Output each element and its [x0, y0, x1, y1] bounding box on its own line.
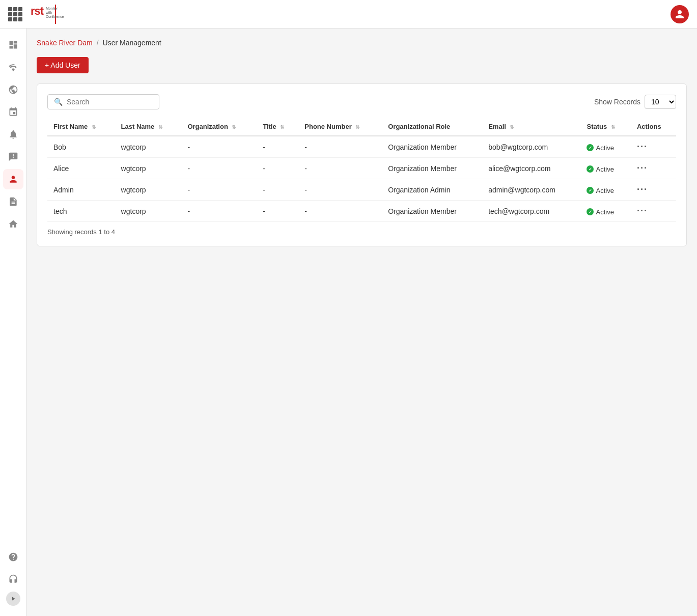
cell-organization: - [181, 136, 257, 158]
add-user-button[interactable]: + Add User [37, 57, 89, 73]
col-header-status[interactable]: Status ⇅ [580, 118, 631, 136]
sidebar-item-routes[interactable] [3, 102, 23, 122]
sidebar-item-alerts[interactable] [3, 124, 23, 145]
cell-organization: - [181, 179, 257, 201]
col-header-role: Organizational Role [382, 118, 482, 136]
table-row: Bob wgtcorp - - - Organization Member bo… [47, 136, 676, 158]
cell-phone: - [298, 179, 382, 201]
cell-last-name: wgtcorp [115, 136, 182, 158]
table-row: Alice wgtcorp - - - Organization Member … [47, 158, 676, 179]
status-text: Active [596, 165, 614, 173]
sidebar-item-sensors[interactable] [3, 57, 23, 77]
table-toolbar: 🔍 Show Records 10 25 50 100 [47, 94, 676, 109]
users-table: First Name ⇅ Last Name ⇅ Organization ⇅ … [47, 118, 676, 222]
breadcrumb: Snake River Dam / User Management [37, 39, 687, 47]
logo: rst MonitorwithConfidence [31, 5, 61, 24]
grid-menu-icon[interactable] [8, 7, 22, 21]
status-dot-icon [587, 187, 594, 194]
search-icon: 🔍 [54, 98, 63, 106]
breadcrumb-current: User Management [103, 39, 161, 47]
cell-email: alice@wgtcorp.com [482, 158, 580, 179]
user-avatar[interactable] [671, 5, 689, 23]
col-header-title[interactable]: Title ⇅ [257, 118, 298, 136]
sidebar-item-notifications[interactable] [3, 147, 23, 167]
cell-actions[interactable]: ··· [631, 136, 676, 158]
cell-status: Active [580, 179, 631, 201]
col-header-last-name[interactable]: Last Name ⇅ [115, 118, 182, 136]
col-header-first-name[interactable]: First Name ⇅ [47, 118, 115, 136]
sidebar-expand-button[interactable] [6, 592, 20, 606]
cell-email: admin@wgtcorp.com [482, 179, 580, 201]
cell-title: - [257, 179, 298, 201]
cell-role: Organization Admin [382, 179, 482, 201]
cell-last-name: wgtcorp [115, 201, 182, 222]
top-nav: rst MonitorwithConfidence [0, 0, 697, 29]
sidebar-item-home[interactable] [3, 214, 23, 234]
status-dot-icon [587, 144, 594, 151]
cell-email: bob@wgtcorp.com [482, 136, 580, 158]
table-header-row: First Name ⇅ Last Name ⇅ Organization ⇅ … [47, 118, 676, 136]
status-badge: Active [587, 165, 614, 173]
cell-status: Active [580, 136, 631, 158]
status-badge: Active [587, 144, 614, 152]
status-badge: Active [587, 208, 614, 216]
table-row: Admin wgtcorp - - - Organization Admin a… [47, 179, 676, 201]
cell-phone: - [298, 201, 382, 222]
sidebar-item-users[interactable] [3, 169, 23, 189]
top-nav-left: rst MonitorwithConfidence [8, 5, 61, 24]
cell-phone: - [298, 158, 382, 179]
cell-last-name: wgtcorp [115, 158, 182, 179]
sidebar-item-reports[interactable] [3, 191, 23, 212]
sidebar-item-help[interactable] [3, 547, 23, 567]
actions-menu-button[interactable]: ··· [637, 163, 648, 173]
cell-organization: - [181, 201, 257, 222]
cell-actions[interactable]: ··· [631, 179, 676, 201]
user-management-card: 🔍 Show Records 10 25 50 100 First Name ⇅… [37, 83, 687, 246]
cell-status: Active [580, 201, 631, 222]
sidebar-item-globe[interactable] [3, 79, 23, 100]
sidebar-item-dashboard[interactable] [3, 35, 23, 55]
cell-title: - [257, 201, 298, 222]
cell-last-name: wgtcorp [115, 179, 182, 201]
cell-actions[interactable]: ··· [631, 158, 676, 179]
main-content: Snake River Dam / User Management + Add … [26, 29, 697, 616]
cell-first-name: Admin [47, 179, 115, 201]
cell-first-name: Bob [47, 136, 115, 158]
cell-role: Organization Member [382, 158, 482, 179]
status-text: Active [596, 208, 614, 216]
status-text: Active [596, 144, 614, 152]
table-row: tech wgtcorp - - - Organization Member t… [47, 201, 676, 222]
search-input[interactable] [67, 98, 153, 106]
cell-actions[interactable]: ··· [631, 201, 676, 222]
table-footer: Showing records 1 to 4 [47, 228, 676, 236]
breadcrumb-separator: / [97, 39, 99, 47]
cell-email: tech@wgtcorp.com [482, 201, 580, 222]
col-header-phone[interactable]: Phone Number ⇅ [298, 118, 382, 136]
show-records-area: Show Records 10 25 50 100 [594, 95, 676, 109]
logo-text: rst [31, 5, 43, 18]
actions-menu-button[interactable]: ··· [637, 206, 648, 216]
cell-role: Organization Member [382, 201, 482, 222]
actions-menu-button[interactable]: ··· [637, 142, 648, 152]
status-dot-icon [587, 208, 594, 215]
cell-first-name: Alice [47, 158, 115, 179]
status-text: Active [596, 187, 614, 194]
breadcrumb-link[interactable]: Snake River Dam [37, 39, 93, 47]
search-box: 🔍 [47, 94, 159, 109]
show-records-label: Show Records [594, 98, 640, 106]
cell-title: - [257, 136, 298, 158]
sidebar-item-support[interactable] [3, 569, 23, 590]
cell-organization: - [181, 158, 257, 179]
cell-title: - [257, 158, 298, 179]
status-dot-icon [587, 165, 594, 173]
col-header-email[interactable]: Email ⇅ [482, 118, 580, 136]
show-records-select[interactable]: 10 25 50 100 [645, 95, 676, 109]
cell-phone: - [298, 136, 382, 158]
status-badge: Active [587, 187, 614, 194]
col-header-actions: Actions [631, 118, 676, 136]
showing-records-text: Showing records 1 to 4 [47, 228, 115, 236]
sidebar [0, 29, 26, 616]
col-header-organization[interactable]: Organization ⇅ [181, 118, 257, 136]
cell-first-name: tech [47, 201, 115, 222]
actions-menu-button[interactable]: ··· [637, 184, 648, 194]
